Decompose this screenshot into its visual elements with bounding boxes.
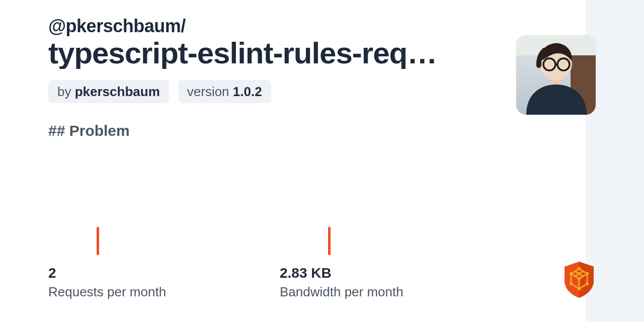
spark-bar <box>328 227 331 255</box>
author-avatar[interactable] <box>516 35 596 115</box>
svg-point-12 <box>578 267 581 270</box>
svg-point-16 <box>578 287 581 290</box>
stats-row: 2 Requests per month 2.83 KB Bandwidth p… <box>48 217 511 300</box>
stat-bandwidth: 2.83 KB Bandwidth per month <box>280 217 511 300</box>
stat-requests-sparkline <box>48 217 280 255</box>
stat-bandwidth-label: Bandwidth per month <box>280 284 511 300</box>
by-prefix: by <box>57 84 75 99</box>
stat-requests-label: Requests per month <box>48 284 280 300</box>
svg-point-11 <box>586 272 589 275</box>
package-name: typescript-eslint-rules-req… <box>48 37 491 69</box>
stat-requests-value: 2 <box>48 265 280 281</box>
svg-point-15 <box>586 282 589 285</box>
jsdelivr-badge-icon <box>562 261 596 299</box>
package-description: ## Problem <box>48 122 596 139</box>
author-chip[interactable]: by pkerschbaum <box>48 80 169 103</box>
svg-point-13 <box>578 277 581 280</box>
stat-bandwidth-value: 2.83 KB <box>280 265 511 281</box>
version-prefix: version <box>187 84 233 99</box>
svg-point-14 <box>570 282 573 285</box>
author-name: pkerschbaum <box>75 84 160 99</box>
avatar-icon <box>516 35 596 115</box>
package-card: @pkerschbaum/ typescript-eslint-rules-re… <box>0 0 644 322</box>
version-chip[interactable]: version 1.0.2 <box>178 80 271 103</box>
meta-chips: by pkerschbaum version 1.0.2 <box>48 80 596 103</box>
svg-point-10 <box>570 272 573 275</box>
version-value: 1.0.2 <box>233 84 262 99</box>
svg-rect-9 <box>562 63 565 65</box>
stat-requests: 2 Requests per month <box>48 217 280 300</box>
spark-bar <box>97 227 99 255</box>
stat-bandwidth-sparkline <box>280 217 511 255</box>
svg-rect-8 <box>548 63 551 65</box>
package-scope: @pkerschbaum/ <box>48 16 596 36</box>
